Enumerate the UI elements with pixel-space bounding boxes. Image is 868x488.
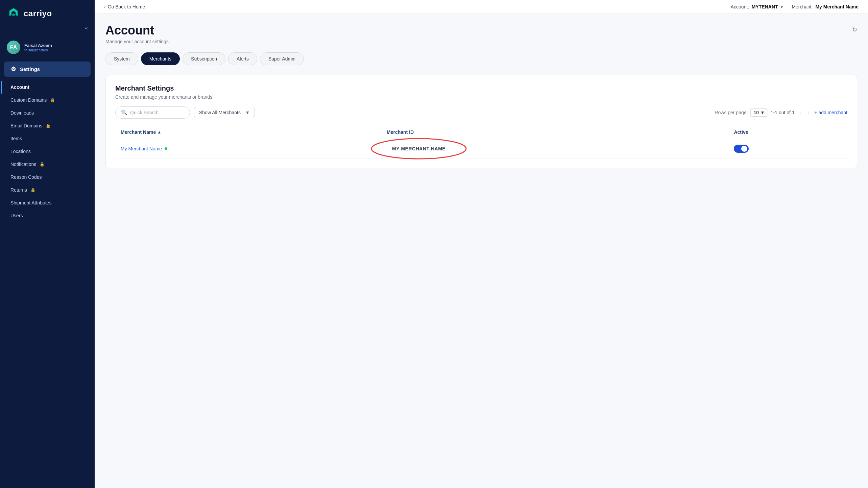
user-profile-area: FA Faisal Azeem faisal@carriyo	[0, 36, 95, 59]
tab-super-admin[interactable]: Super Admin	[260, 52, 304, 65]
rows-per-page-label: Rows per page:	[715, 110, 748, 115]
user-name: Faisal Azeem	[24, 43, 52, 48]
lock-icon-email-domains: 🔒	[46, 123, 51, 128]
lock-icon-returns: 🔒	[30, 188, 35, 192]
nav-label-locations: Locations	[10, 149, 31, 154]
account-dropdown-chevron-icon[interactable]: ▼	[780, 5, 783, 9]
carriyo-logo-icon	[7, 7, 20, 20]
main-content: ‹ Go Back to Home Account: MYTENANT ▼ Me…	[95, 0, 868, 488]
sidebar-item-account[interactable]: Account	[0, 81, 95, 94]
merchant-id-wrapper: MY-MERCHANT-NAME	[387, 146, 451, 151]
filter-dropdown-chevron-icon: ▼	[245, 110, 250, 115]
next-page-button[interactable]: ›	[806, 109, 812, 116]
merchant-id-value: MY-MERCHANT-NAME	[387, 146, 451, 151]
col-merchant-name: Merchant Name ▲	[115, 125, 381, 139]
tab-subscription[interactable]: Subscription	[183, 52, 225, 65]
sidebar-item-items[interactable]: Items	[0, 132, 95, 145]
prev-page-button[interactable]: ‹	[797, 109, 803, 116]
page-content: Account Manage your account settings. ↻ …	[95, 14, 868, 488]
filter-label: Show All Merchants	[199, 110, 241, 115]
merchant-settings-subtitle: Create and manage your merchants or bran…	[115, 94, 847, 100]
tab-merchants[interactable]: Merchants	[141, 52, 180, 65]
sidebar-item-downloads[interactable]: Downloads	[0, 106, 95, 119]
sidebar-item-custom-domains[interactable]: Custom Domains 🔒	[0, 94, 95, 106]
svg-marker-1	[11, 14, 16, 16]
nav-label-returns: Returns	[10, 187, 27, 193]
nav-label-downloads: Downloads	[10, 110, 34, 116]
lock-icon-notifications: 🔒	[40, 162, 45, 167]
tab-alerts[interactable]: Alerts	[228, 52, 257, 65]
merchant-settings-card: Merchant Settings Create and manage your…	[105, 75, 857, 168]
nav-label-account: Account	[10, 84, 29, 90]
search-box[interactable]: 🔍	[115, 106, 190, 119]
merchant-toolbar: 🔍 Show All Merchants ▼ Rows per page: 10…	[115, 106, 847, 119]
merchant-name-cell: My Merchant Name	[115, 139, 381, 158]
tabs-bar: System Merchants Subscription Alerts Sup…	[105, 52, 857, 65]
table-row: My Merchant Name MY-MERCHANT-NAME	[115, 139, 847, 158]
add-merchant-button[interactable]: + add merchant	[814, 110, 847, 115]
topbar-account: Account: MYTENANT ▼	[731, 4, 784, 9]
col-merchant-id: Merchant ID	[381, 125, 728, 139]
merchant-name-text: My Merchant Name	[121, 146, 162, 151]
account-label: Account:	[731, 4, 749, 9]
back-label: Go Back to Home	[108, 4, 145, 9]
pagination-range: 1-1 out of 1	[771, 110, 795, 115]
sidebar: carriyo « FA Faisal Azeem faisal@carriyo…	[0, 0, 95, 488]
settings-label: Settings	[20, 66, 40, 72]
account-value: MYTENANT	[752, 4, 778, 9]
back-to-home-link[interactable]: ‹ Go Back to Home	[104, 4, 145, 9]
rows-count-value: 10	[753, 110, 759, 115]
user-email: faisal@carriyo	[24, 48, 52, 52]
merchant-id-cell: MY-MERCHANT-NAME	[381, 139, 728, 158]
tab-system[interactable]: System	[105, 52, 138, 65]
topbar-right: Account: MYTENANT ▼ Merchant: My Merchan…	[731, 4, 859, 9]
search-input[interactable]	[130, 110, 184, 115]
lock-icon-custom-domains: 🔒	[50, 98, 55, 102]
sidebar-item-notifications[interactable]: Notifications 🔒	[0, 158, 95, 171]
merchant-name-link[interactable]: My Merchant Name	[121, 146, 376, 151]
nav-label-notifications: Notifications	[10, 162, 36, 167]
logo-area: carriyo	[0, 0, 95, 24]
topbar: ‹ Go Back to Home Account: MYTENANT ▼ Me…	[95, 0, 868, 14]
toggle-slider	[734, 145, 749, 153]
sidebar-item-locations[interactable]: Locations	[0, 145, 95, 158]
merchants-table: Merchant Name ▲ Merchant ID Active	[115, 125, 847, 158]
pagination-info: Rows per page: 10 ▼ 1-1 out of 1 ‹ › + a…	[715, 108, 847, 117]
rows-count-chevron-icon: ▼	[760, 110, 765, 115]
merchant-value: My Merchant Name	[815, 4, 859, 9]
active-status-dot	[165, 147, 167, 150]
sidebar-item-shipment-attributes[interactable]: Shipment Attributes	[0, 196, 95, 209]
nav-label-items: Items	[10, 136, 22, 141]
active-toggle[interactable]	[734, 145, 749, 153]
active-cell	[728, 139, 847, 158]
topbar-merchant: Merchant: My Merchant Name	[792, 4, 859, 9]
back-chevron-icon: ‹	[104, 4, 106, 9]
page-title: Account	[105, 23, 170, 38]
logo-text: carriyo	[24, 9, 52, 18]
merchant-settings-title: Merchant Settings	[115, 84, 847, 92]
merchant-label: Merchant:	[792, 4, 813, 9]
sidebar-item-email-domains[interactable]: Email Domains 🔒	[0, 119, 95, 132]
user-info: Faisal Azeem faisal@carriyo	[24, 43, 52, 52]
collapse-button[interactable]: «	[83, 24, 89, 32]
avatar-initials: FA	[10, 44, 17, 50]
sidebar-item-reason-codes[interactable]: Reason Codes	[0, 171, 95, 184]
nav-label-email-domains: Email Domains	[10, 123, 42, 128]
sidebar-item-users[interactable]: Users	[0, 209, 95, 222]
search-icon: 🔍	[121, 109, 127, 116]
nav-label-shipment-attributes: Shipment Attributes	[10, 200, 51, 205]
filter-dropdown[interactable]: Show All Merchants ▼	[194, 107, 255, 118]
avatar: FA	[7, 41, 20, 54]
settings-menu-item[interactable]: ⚙ Settings	[4, 62, 91, 77]
sidebar-item-returns[interactable]: Returns 🔒	[0, 184, 95, 196]
sidebar-nav: Account Custom Domains 🔒 Downloads Email…	[0, 79, 95, 223]
sidebar-collapse-area: «	[0, 24, 95, 36]
rows-count-select[interactable]: 10 ▼	[750, 108, 768, 117]
refresh-button[interactable]: ↻	[852, 26, 857, 33]
table-header-row: Merchant Name ▲ Merchant ID Active	[115, 125, 847, 139]
nav-label-custom-domains: Custom Domains	[10, 97, 47, 103]
col-active: Active	[728, 125, 847, 139]
gear-icon: ⚙	[11, 66, 16, 73]
sort-icon-merchant-name: ▲	[157, 130, 161, 135]
nav-label-reason-codes: Reason Codes	[10, 174, 42, 180]
